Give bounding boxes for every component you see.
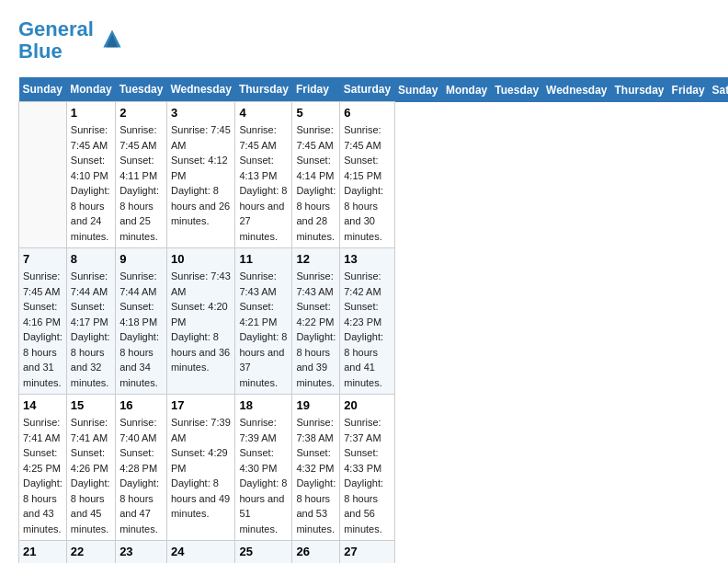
sunset-text: Sunset: 4:18 PM: [119, 301, 157, 327]
sunset-text: Sunset: 4:22 PM: [296, 301, 334, 327]
sunset-text: Sunset: 4:20 PM: [171, 301, 228, 327]
calendar-table: SundayMondayTuesdayWednesdayThursdayFrid…: [18, 77, 728, 563]
day-cell-10: 10 Sunrise: 7:43 AM Sunset: 4:20 PM Dayl…: [166, 248, 234, 395]
daylight-text: Daylight: 8 hours and 37 minutes.: [239, 331, 287, 388]
day-cell-16: 16 Sunrise: 7:40 AM Sunset: 4:28 PM Dayl…: [116, 395, 167, 541]
sunset-text: Sunset: 4:23 PM: [344, 301, 381, 327]
sunrise-text: Sunrise: 7:42 AM: [344, 270, 381, 297]
day-info: Sunrise: 7:43 AM Sunset: 4:20 PM Dayligh…: [171, 269, 231, 375]
sunset-text: Sunset: 4:25 PM: [23, 447, 61, 474]
day-cell-25: 25 Sunrise: 7:32 AM Sunset: 4:41 PM Dayl…: [235, 541, 292, 563]
daylight-text: Daylight: 8 hours and 34 minutes.: [119, 331, 159, 388]
day-info: Sunrise: 7:42 AM Sunset: 4:23 PM Dayligh…: [344, 269, 390, 390]
day-number: 27: [344, 545, 390, 558]
day-number: 9: [119, 252, 163, 266]
sunrise-text: Sunrise: 7:45 AM: [296, 124, 333, 151]
day-number: 13: [344, 252, 390, 266]
sunset-text: Sunset: 4:32 PM: [296, 447, 334, 474]
weekday-header-tuesday: Tuesday: [491, 77, 542, 102]
weekday-header-wednesday: Wednesday: [542, 77, 610, 102]
sunset-text: Sunset: 4:11 PM: [119, 155, 157, 181]
day-cell-9: 9 Sunrise: 7:44 AM Sunset: 4:18 PM Dayli…: [116, 248, 167, 395]
daylight-text: Daylight: 8 hours and 31 minutes.: [23, 331, 63, 388]
sunset-text: Sunset: 4:30 PM: [239, 447, 277, 474]
day-number: 10: [171, 252, 231, 266]
day-number: 15: [71, 398, 111, 412]
empty-cell: [19, 102, 67, 248]
sunset-text: Sunset: 4:33 PM: [344, 447, 381, 474]
daylight-text: Daylight: 8 hours and 26 minutes.: [171, 185, 230, 226]
sunrise-text: Sunrise: 7:45 AM: [23, 270, 60, 297]
day-info: Sunrise: 7:41 AM Sunset: 4:25 PM Dayligh…: [23, 415, 63, 536]
daylight-text: Daylight: 8 hours and 41 minutes.: [344, 331, 383, 388]
sunrise-text: Sunrise: 7:39 AM: [239, 417, 276, 443]
sunrise-text: Sunrise: 7:45 AM: [119, 124, 156, 151]
day-cell-19: 19 Sunrise: 7:38 AM Sunset: 4:32 PM Dayl…: [292, 395, 340, 541]
week-row-4: 21 Sunrise: 7:36 AM Sunset: 4:35 PM Dayl…: [19, 541, 729, 563]
logo-text: General Blue: [18, 18, 94, 63]
day-number: 11: [239, 252, 288, 266]
day-number: 1: [71, 106, 111, 120]
logo: General Blue: [18, 18, 127, 63]
sunrise-text: Sunrise: 7:44 AM: [119, 270, 156, 297]
week-row-1: 1 Sunrise: 7:45 AM Sunset: 4:10 PM Dayli…: [19, 102, 729, 248]
sunrise-text: Sunrise: 7:37 AM: [344, 417, 381, 443]
day-cell-3: 3 Sunrise: 7:45 AM Sunset: 4:12 PM Dayli…: [166, 102, 234, 248]
day-cell-1: 1 Sunrise: 7:45 AM Sunset: 4:10 PM Dayli…: [66, 102, 115, 248]
daylight-text: Daylight: 8 hours and 39 minutes.: [296, 331, 336, 388]
day-info: Sunrise: 7:39 AM Sunset: 4:29 PM Dayligh…: [171, 415, 231, 522]
day-number: 16: [119, 398, 163, 412]
weekday-header-sunday: Sunday: [394, 77, 442, 102]
weekday-sunday: Sunday: [19, 77, 67, 102]
sunrise-text: Sunrise: 7:39 AM: [171, 417, 231, 443]
weekday-tuesday: Tuesday: [116, 77, 167, 102]
day-cell-11: 11 Sunrise: 7:43 AM Sunset: 4:21 PM Dayl…: [235, 248, 292, 395]
page-header: General Blue: [18, 18, 710, 63]
sunrise-text: Sunrise: 7:41 AM: [23, 417, 60, 443]
day-number: 20: [344, 398, 390, 412]
weekday-header-friday: Friday: [668, 77, 709, 102]
day-number: 6: [344, 106, 390, 120]
day-cell-2: 2 Sunrise: 7:45 AM Sunset: 4:11 PM Dayli…: [116, 102, 167, 248]
sunrise-text: Sunrise: 7:43 AM: [171, 270, 231, 297]
day-cell-8: 8 Sunrise: 7:44 AM Sunset: 4:17 PM Dayli…: [66, 248, 115, 395]
day-number: 5: [296, 106, 336, 120]
day-number: 22: [71, 545, 111, 558]
day-cell-24: 24 Sunrise: 7:33 AM Sunset: 4:39 PM Dayl…: [166, 541, 234, 563]
day-number: 26: [296, 545, 336, 558]
day-cell-12: 12 Sunrise: 7:43 AM Sunset: 4:22 PM Dayl…: [292, 248, 340, 395]
sunrise-text: Sunrise: 7:45 AM: [71, 124, 108, 151]
day-info: Sunrise: 7:45 AM Sunset: 4:13 PM Dayligh…: [239, 122, 288, 244]
sunrise-text: Sunrise: 7:44 AM: [71, 270, 108, 297]
day-cell-20: 20 Sunrise: 7:37 AM Sunset: 4:33 PM Dayl…: [340, 395, 394, 541]
daylight-text: Daylight: 8 hours and 56 minutes.: [344, 477, 383, 534]
day-cell-17: 17 Sunrise: 7:39 AM Sunset: 4:29 PM Dayl…: [166, 395, 234, 541]
daylight-text: Daylight: 8 hours and 51 minutes.: [239, 477, 287, 534]
logo-blue: Blue: [18, 40, 63, 63]
sunset-text: Sunset: 4:29 PM: [171, 447, 228, 474]
day-info: Sunrise: 7:44 AM Sunset: 4:18 PM Dayligh…: [119, 269, 163, 390]
weekday-header-row: SundayMondayTuesdayWednesdayThursdayFrid…: [19, 77, 729, 102]
daylight-text: Daylight: 8 hours and 32 minutes.: [71, 331, 110, 388]
sunset-text: Sunset: 4:15 PM: [344, 155, 381, 181]
day-number: 3: [171, 106, 231, 120]
day-number: 23: [119, 545, 163, 558]
sunrise-text: Sunrise: 7:38 AM: [296, 417, 333, 443]
day-cell-14: 14 Sunrise: 7:41 AM Sunset: 4:25 PM Dayl…: [19, 395, 67, 541]
sunset-text: Sunset: 4:14 PM: [296, 155, 334, 181]
sunset-text: Sunset: 4:16 PM: [23, 301, 61, 327]
logo-icon: [97, 24, 127, 53]
sunset-text: Sunset: 4:13 PM: [239, 155, 277, 181]
day-info: Sunrise: 7:43 AM Sunset: 4:21 PM Dayligh…: [239, 269, 288, 390]
day-info: Sunrise: 7:45 AM Sunset: 4:11 PM Dayligh…: [119, 122, 163, 244]
day-info: Sunrise: 7:45 AM Sunset: 4:15 PM Dayligh…: [344, 122, 390, 244]
weekday-header-saturday: Saturday: [709, 77, 728, 102]
day-cell-7: 7 Sunrise: 7:45 AM Sunset: 4:16 PM Dayli…: [19, 248, 67, 395]
week-row-2: 7 Sunrise: 7:45 AM Sunset: 4:16 PM Dayli…: [19, 248, 729, 395]
day-info: Sunrise: 7:45 AM Sunset: 4:14 PM Dayligh…: [296, 122, 336, 244]
day-number: 18: [239, 398, 288, 412]
day-cell-4: 4 Sunrise: 7:45 AM Sunset: 4:13 PM Dayli…: [235, 102, 292, 248]
daylight-text: Daylight: 8 hours and 28 minutes.: [296, 185, 336, 242]
daylight-text: Daylight: 8 hours and 43 minutes.: [23, 477, 63, 534]
day-info: Sunrise: 7:41 AM Sunset: 4:26 PM Dayligh…: [71, 415, 111, 536]
